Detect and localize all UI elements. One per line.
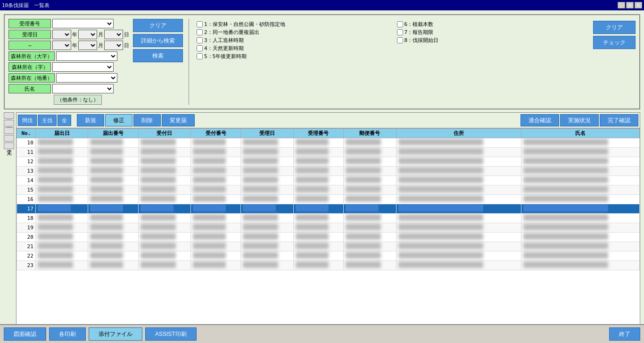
title-bar-controls[interactable]: _ □ × xyxy=(618,2,642,8)
table-row[interactable]: 15 xyxy=(17,185,640,195)
table-row[interactable]: 13 xyxy=(17,167,640,176)
select-forest-aza[interactable] xyxy=(52,62,114,72)
search-button[interactable]: 検索 xyxy=(133,49,183,62)
cell-no: 23 xyxy=(17,261,36,270)
table-row[interactable]: 11 xyxy=(17,148,640,157)
checkbox-1[interactable] xyxy=(197,21,203,27)
checkbox-item-1: 1：保安林・自然公園・砂防指定地 xyxy=(197,21,388,28)
select-forest-oaza[interactable] xyxy=(56,51,117,61)
checkbox-2[interactable] xyxy=(197,29,203,35)
select-receipt-number[interactable] xyxy=(52,19,114,28)
filter-shubatsu[interactable]: 主伐 xyxy=(38,115,57,126)
close-button[interactable]: × xyxy=(635,2,642,8)
cell-receipt-num xyxy=(293,148,343,157)
left-tab-status[interactable]: 状況 xyxy=(4,135,14,142)
btn-assist-print[interactable]: ASSIST印刷 xyxy=(145,327,197,341)
date-day-1[interactable] xyxy=(104,30,123,39)
table-row[interactable]: 10 xyxy=(17,138,640,148)
cell-receipt-num xyxy=(293,204,343,214)
checkbox-6[interactable] xyxy=(397,21,403,27)
select-name[interactable] xyxy=(52,84,114,93)
filter-all[interactable]: 全 xyxy=(58,115,71,126)
table-scroll[interactable]: No. 届出日 届出番号 受付日 受付番号 受理日 受理番号 郵便番号 住所 氏… xyxy=(17,128,640,324)
action-complete[interactable]: 完了確認 xyxy=(600,114,638,126)
cell-no: 16 xyxy=(17,195,36,204)
table-row[interactable]: 23 xyxy=(17,261,640,270)
action-modify[interactable]: 修正 xyxy=(105,114,132,126)
date-month-1[interactable] xyxy=(78,30,97,39)
cell-accept-date xyxy=(138,167,191,176)
cell-receipt-date xyxy=(241,138,294,148)
cell-receipt-date xyxy=(241,261,294,270)
action-change-notice[interactable]: 変更届 xyxy=(162,114,195,126)
cell-receipt-date xyxy=(241,176,294,185)
table-row[interactable]: 14 xyxy=(17,176,640,185)
minimize-button[interactable]: _ xyxy=(618,2,625,8)
action-new[interactable]: 新規 xyxy=(77,114,104,126)
detail-search-button[interactable]: 詳細から検索 xyxy=(133,34,183,47)
left-tab-today[interactable]: 今三反 xyxy=(4,112,14,119)
cell-address xyxy=(396,148,521,157)
form-row-name: 氏名 xyxy=(8,84,129,93)
check-button[interactable]: チェック xyxy=(593,36,636,49)
date-month-2[interactable] xyxy=(78,41,97,50)
cell-accept-date xyxy=(138,233,191,242)
table-row[interactable]: 20 xyxy=(17,233,640,242)
table-row[interactable]: 22 xyxy=(17,251,640,261)
date-year-1[interactable] xyxy=(52,30,71,39)
checkbox-item-8: 8：伐採開始日 xyxy=(397,37,588,44)
checkbox-5[interactable] xyxy=(197,53,203,59)
cell-delivery-date xyxy=(35,233,88,242)
cell-delivery-num xyxy=(88,185,138,195)
table-row[interactable]: 17 xyxy=(17,204,640,214)
select-forest-chiban[interactable] xyxy=(56,73,117,83)
btn-map-confirm[interactable]: 図面確認 xyxy=(4,327,46,341)
cell-address xyxy=(396,157,521,167)
label-name: 氏名 xyxy=(8,84,51,93)
left-tab-complete[interactable]: 完了 xyxy=(4,142,14,149)
table-row[interactable]: 16 xyxy=(17,195,640,204)
cell-accept-num xyxy=(191,157,241,167)
btn-exit[interactable]: 終了 xyxy=(609,327,640,341)
right-clear-button[interactable]: クリア xyxy=(593,21,636,34)
table-row[interactable]: 18 xyxy=(17,214,640,223)
left-tab-conformity[interactable]: 適合 xyxy=(4,127,14,134)
label-receipt-number: 受理番号 xyxy=(8,19,51,28)
th-accept-number: 受付番号 xyxy=(191,129,241,138)
cell-name xyxy=(521,242,640,251)
checkbox-3[interactable] xyxy=(197,37,203,43)
cell-name xyxy=(521,148,640,157)
action-delete[interactable]: 削除 xyxy=(133,114,161,126)
left-tab-change[interactable]: 変更 xyxy=(4,120,14,126)
action-status[interactable]: 実施状況 xyxy=(560,114,599,126)
checkbox-8[interactable] xyxy=(397,37,403,43)
table-row[interactable]: 21 xyxy=(17,242,640,251)
cell-delivery-num xyxy=(88,251,138,261)
cell-delivery-date xyxy=(35,185,88,195)
clear-button[interactable]: クリア xyxy=(133,19,183,32)
checkbox-7[interactable] xyxy=(397,29,403,35)
btn-attach-file[interactable]: 添付ファイル xyxy=(89,327,142,341)
filter-kanbatsu[interactable]: 間伐 xyxy=(18,115,37,126)
checkbox-label-3: 3：人工造林時期 xyxy=(204,37,244,44)
cell-address xyxy=(396,261,521,270)
action-conformity[interactable]: 適合確認 xyxy=(520,114,559,126)
date-row-1: 年 月 日 xyxy=(52,30,129,39)
cell-postal xyxy=(343,251,396,261)
date-day-2[interactable] xyxy=(104,41,123,50)
cell-name xyxy=(521,251,640,261)
cell-address xyxy=(396,176,521,185)
date-year-2[interactable] xyxy=(52,41,71,50)
table-row[interactable]: 19 xyxy=(17,223,640,233)
cell-name xyxy=(521,223,640,233)
label-tilde: ～ xyxy=(8,41,51,50)
cell-delivery-date xyxy=(35,261,88,270)
btn-print-each[interactable]: 各印刷 xyxy=(49,327,86,341)
restore-button[interactable]: □ xyxy=(626,2,634,8)
cell-name xyxy=(521,233,640,242)
checkbox-4[interactable] xyxy=(197,45,203,51)
table-row[interactable]: 12 xyxy=(17,157,640,167)
cell-no: 20 xyxy=(17,233,36,242)
cell-receipt-date xyxy=(241,195,294,204)
right-buttons: クリア チェック xyxy=(593,19,636,105)
